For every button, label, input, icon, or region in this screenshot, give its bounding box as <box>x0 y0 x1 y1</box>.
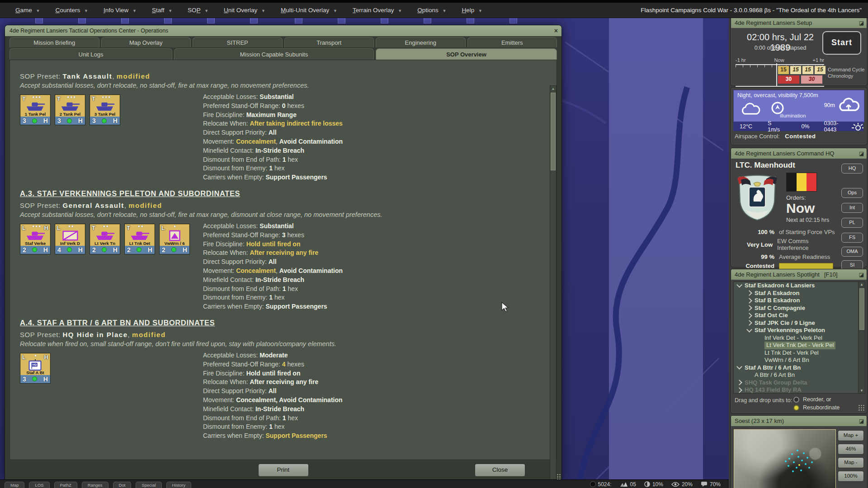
menu-counters[interactable]: Counters ▼ <box>55 7 88 14</box>
chevron-open-icon[interactable] <box>746 327 752 333</box>
hq-button-oma[interactable]: OMA <box>841 247 863 257</box>
scroll-up-icon[interactable]: ▲ <box>859 282 865 286</box>
minimap-panel-header[interactable]: Soest (23 x 17 km) ◪ <box>731 416 867 426</box>
tree-item[interactable]: Lt Tnk Det - Verk Pel <box>734 349 865 357</box>
tree-item[interactable]: A Bttr / 6 Art Bn <box>734 371 865 379</box>
tab-transport[interactable]: Transport <box>284 37 374 47</box>
setup-panel-header[interactable]: 4de Regiment Lansiers Setup ◪ <box>731 18 867 28</box>
bottom-tab-special[interactable]: Special <box>136 482 161 488</box>
scrollbar-thumb[interactable] <box>859 288 864 330</box>
bottom-tab-history[interactable]: History <box>166 482 192 488</box>
hq-button-pl[interactable]: PL <box>841 218 863 228</box>
unit-tree[interactable]: Staf Eskadron 4 LansiersStaf A EskadronS… <box>733 282 865 394</box>
bottom-tab-ranges[interactable]: Ranges <box>82 482 108 488</box>
tab-sop-overview[interactable]: SOP Overview <box>376 48 557 60</box>
tab-sitrep[interactable]: SITREP <box>193 37 283 47</box>
bottom-tab-map[interactable]: Map <box>5 482 24 488</box>
tree-item[interactable]: Staf B Eskadron <box>734 297 865 305</box>
tree-item[interactable]: Inf Verk Det - Verk Pel <box>734 334 865 342</box>
bottom-tab-pathz[interactable]: PathZ <box>54 482 77 488</box>
tree-item[interactable]: Staf JPK Cie / 9 Ligne <box>734 319 865 327</box>
menu-sop[interactable]: SOP ▼ <box>188 7 208 14</box>
chevron-open-icon[interactable] <box>736 364 742 370</box>
chevron-open-icon[interactable] <box>736 282 742 288</box>
unit-counter[interactable]: T Lt Verk Tn2H <box>90 224 120 254</box>
bottom-tab-los[interactable]: LOS <box>29 482 49 488</box>
tree-item[interactable]: Staf Verkennings Peleton <box>734 327 865 334</box>
flag-black-band <box>787 173 797 191</box>
hq-button-hq[interactable]: HQ <box>841 164 863 174</box>
chevron-closed-icon[interactable] <box>746 298 752 304</box>
hq-button-fs[interactable]: FS <box>841 233 863 243</box>
tree-item[interactable]: VwWrn / 6 Art Bn <box>734 357 865 364</box>
scroll-down-icon[interactable]: ▼ <box>859 389 865 393</box>
tab-mission-capable-subunits[interactable]: Mission Capable Subunits <box>174 48 374 60</box>
menu-info-view[interactable]: Info View ▼ <box>104 7 137 14</box>
panel-collapse-icon[interactable]: ◪ <box>859 272 864 278</box>
sop-overview-content[interactable]: . . . . SOP Preset: Tank Assault, modifi… <box>9 60 557 460</box>
panel-resize-grip[interactable] <box>858 404 865 412</box>
hq-button-ops[interactable]: Ops <box>841 188 863 198</box>
unit-counter[interactable]: T Lt Tnk Det2H <box>124 224 155 254</box>
menu-staff[interactable]: Staff ▼ <box>152 7 172 14</box>
chevron-closed-icon[interactable] <box>746 320 752 326</box>
panel-collapse-icon[interactable]: ◪ <box>859 20 864 26</box>
tab-engineering[interactable]: Engineering <box>376 37 466 47</box>
scroll-up-icon[interactable]: ▲ <box>550 86 556 92</box>
tree-item[interactable]: SHQ Task Group Delta <box>734 379 865 387</box>
tree-item[interactable]: Staf Eskadron 4 Lansiers <box>734 282 865 290</box>
minimap[interactable] <box>734 429 836 488</box>
minimap-button-map[interactable]: Map - <box>838 457 864 468</box>
panel-collapse-icon[interactable]: ◪ <box>859 150 864 157</box>
chevron-closed-icon[interactable] <box>746 313 752 319</box>
tab-mission-briefing[interactable]: Mission Briefing <box>9 37 99 47</box>
menu-multi-unit-overlay[interactable]: Multi-Unit Overlay ▼ <box>281 7 337 14</box>
tree-item[interactable]: Staf C Compagnie <box>734 305 865 312</box>
panel-collapse-icon[interactable]: ◪ <box>859 418 864 424</box>
reorder-option[interactable]: Reorder, or <box>793 396 831 403</box>
tree-item[interactable]: Staf A Bttr / 6 Art Bn <box>734 364 865 372</box>
tab-emitters[interactable]: Emitters <box>467 37 557 47</box>
chevron-closed-icon[interactable] <box>736 380 742 385</box>
scrollbar-thumb[interactable] <box>551 93 556 170</box>
tree-item[interactable]: Staf Ost Cie <box>734 312 865 319</box>
menu-terrain-overlay[interactable]: Terrain Overlay ▼ <box>353 7 402 14</box>
bottom-tab-dot[interactable]: Dot <box>113 482 132 488</box>
unit-counter[interactable]: L VwWrn / 62H <box>159 224 190 254</box>
chevron-closed-icon[interactable] <box>746 305 752 311</box>
hq-panel-header[interactable]: 4de Regiment Lansiers Command HQ ◪ <box>731 148 867 159</box>
unit-counter[interactable]: T 1 Tank Pel3H <box>20 94 51 125</box>
close-button[interactable]: Close <box>475 464 525 477</box>
menu-game[interactable]: Game ▼ <box>15 7 40 14</box>
unit-counter[interactable]: LH HQStaf A Bt3H <box>20 353 51 384</box>
unit-counter[interactable]: L Inf Verk D4H <box>55 224 85 254</box>
unit-counter[interactable]: LH Staf Verke2H <box>20 224 51 254</box>
menu-help[interactable]: Help ▼ <box>462 7 482 14</box>
unit-counter[interactable]: T 3 Tank Pel3H <box>90 94 120 125</box>
tab-map-overlay[interactable]: Map Overlay <box>101 37 191 47</box>
content-scrollbar[interactable]: ▲ ▼ <box>550 85 557 486</box>
print-button[interactable]: Print <box>258 464 309 477</box>
tree-scrollbar[interactable]: ▲▼ <box>858 282 865 393</box>
start-button[interactable]: Start <box>822 31 861 55</box>
menu-unit-overlay[interactable]: Unit Overlay ▼ <box>224 7 265 14</box>
close-icon[interactable]: × <box>554 28 558 34</box>
resubordinate-option[interactable]: Resubordinate <box>793 404 840 411</box>
reorder-radio[interactable] <box>793 397 799 403</box>
tab-unit-logs[interactable]: Unit Logs <box>9 48 172 60</box>
weather-box[interactable]: Night, overcast, visibility 7,500m illum… <box>733 90 864 122</box>
minimap-button-100[interactable]: 100% <box>838 471 864 482</box>
menu-options[interactable]: Options ▼ <box>417 7 446 14</box>
chevron-closed-icon[interactable] <box>736 387 742 393</box>
unit-counter[interactable]: T 2 Tank Pel3H <box>55 94 85 125</box>
tree-item[interactable]: HQ 143 Field Bty RA <box>734 386 865 394</box>
spotlight-panel-header[interactable]: 4de Regiment Lansiers Spotlight [F10] ◪ <box>731 269 867 280</box>
dialog-title-bar[interactable]: 4de Regiment Lansiers Tactical Operation… <box>5 25 561 36</box>
resubordinate-radio[interactable] <box>793 405 799 411</box>
minimap-button-46[interactable]: 46% <box>838 444 864 455</box>
minimap-button-map[interactable]: Map + <box>838 430 864 441</box>
chevron-closed-icon[interactable] <box>746 290 752 296</box>
tree-item[interactable]: Lt Verk Tnk Det - Verk Pel <box>734 342 865 349</box>
hq-button-int[interactable]: Int <box>841 203 863 213</box>
tree-item[interactable]: Staf A Eskadron <box>734 290 865 297</box>
